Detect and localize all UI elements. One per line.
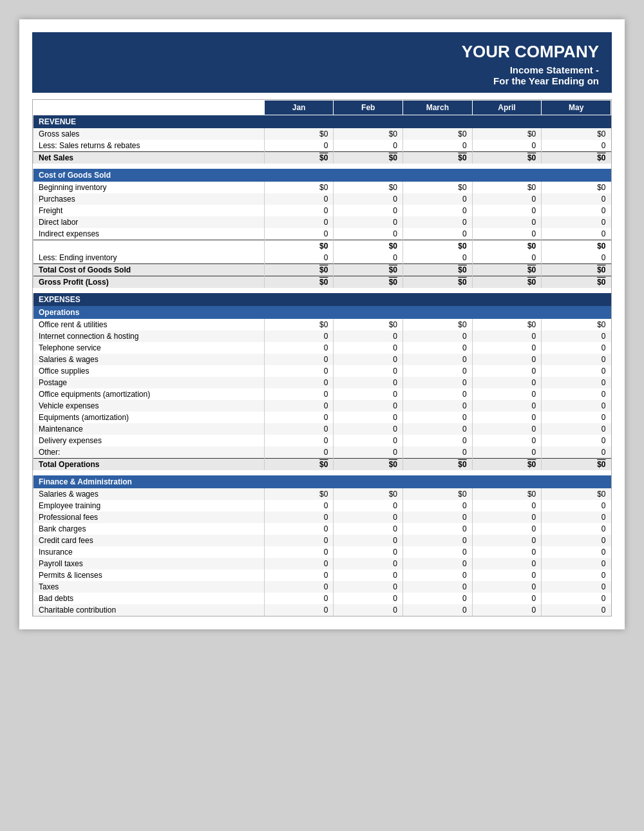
page-header: YOUR COMPANY Income Statement - For the …: [32, 32, 612, 93]
operations-section-header: Operations: [33, 306, 611, 319]
finance-section-header: Finance & Administration: [33, 475, 611, 488]
postage-row: Postage 0 0 0 0 0: [33, 377, 611, 388]
company-name: YOUR COMPANY: [45, 42, 599, 62]
less-ending-inventory-row: Less: Ending inventory 0 0 0 0 0: [33, 252, 611, 264]
bad-debts-row: Bad debts 0 0 0 0 0: [33, 593, 611, 604]
col-jan: Jan: [264, 100, 334, 115]
cogs-subtotal-row: $0 $0 $0 $0 $0: [33, 240, 611, 253]
finance-salaries-row: Salaries & wages $0 $0 $0 $0 $0: [33, 488, 611, 500]
beginning-inventory-row: Beginning inventory $0 $0 $0 $0 $0: [33, 182, 611, 193]
vehicle-expenses-row: Vehicle expenses 0 0 0 0 0: [33, 400, 611, 412]
cogs-section-header: Cost of Goods Sold: [33, 169, 611, 182]
other-row: Other: 0 0 0 0 0: [33, 446, 611, 459]
spacer3: [33, 470, 611, 475]
col-feb: Feb: [334, 100, 403, 115]
col-april: April: [472, 100, 542, 115]
office-rent-row: Office rent & utilities $0 $0 $0 $0 $0: [33, 319, 611, 330]
page-container: YOUR COMPANY Income Statement - For the …: [19, 19, 625, 629]
permits-licenses-row: Permits & licenses 0 0 0 0 0: [33, 569, 611, 581]
office-supplies-row: Office supplies 0 0 0 0 0: [33, 365, 611, 377]
telephone-service-row: Telephone service 0 0 0 0 0: [33, 342, 611, 354]
purchases-row: Purchases 0 0 0 0 0: [33, 193, 611, 205]
column-headers: Jan Feb March April May: [33, 100, 611, 115]
freight-row: Freight 0 0 0 0 0: [33, 205, 611, 216]
taxes-row: Taxes 0 0 0 0 0: [33, 581, 611, 593]
indirect-expenses-row: Indirect expenses 0 0 0 0 0: [33, 228, 611, 240]
gross-profit-row: Gross Profit (Loss) $0 $0 $0 $0 $0: [33, 276, 611, 289]
col-march: March: [403, 100, 473, 115]
year-ending-label: For the Year Ending on: [45, 75, 599, 86]
income-statement-label: Income Statement -: [45, 64, 599, 75]
employee-training-row: Employee training 0 0 0 0 0: [33, 500, 611, 511]
payroll-taxes-row: Payroll taxes 0 0 0 0 0: [33, 558, 611, 569]
sales-returns-row: Less: Sales returns & rebates 0 0 0 0 0: [33, 140, 611, 152]
net-sales-row: Net Sales $0 $0 $0 $0 $0: [33, 152, 611, 164]
equipments-amortization-row: Equipments (amortization) 0 0 0 0 0: [33, 412, 611, 423]
table-container: Jan Feb March April May REVENUE Gross sa…: [32, 99, 612, 616]
direct-labor-row: Direct labor 0 0 0 0 0: [33, 216, 611, 228]
salaries-wages-ops-row: Salaries & wages 0 0 0 0 0: [33, 354, 611, 365]
expenses-section-header: EXPENSES: [33, 293, 611, 306]
professional-fees-row: Professional fees 0 0 0 0 0: [33, 511, 611, 523]
gross-sales-row: Gross sales $0 $0 $0 $0 $0: [33, 128, 611, 140]
bank-charges-row: Bank charges 0 0 0 0 0: [33, 523, 611, 535]
spacer1: [33, 164, 611, 169]
income-statement-table: Jan Feb March April May REVENUE Gross sa…: [33, 100, 611, 616]
total-operations-row: Total Operations $0 $0 $0 $0 $0: [33, 459, 611, 471]
maintenance-row: Maintenance 0 0 0 0 0: [33, 423, 611, 435]
total-cogs-row: Total Cost of Goods Sold $0 $0 $0 $0 $0: [33, 264, 611, 276]
revenue-section-header: REVENUE: [33, 115, 611, 129]
insurance-row: Insurance 0 0 0 0 0: [33, 546, 611, 558]
col-may: May: [542, 100, 611, 115]
internet-connection-row: Internet connection & hosting 0 0 0 0 0: [33, 330, 611, 342]
office-equipments-row: Office equipments (amortization) 0 0 0 0…: [33, 388, 611, 400]
charitable-contribution-row: Charitable contribution 0 0 0 0 0: [33, 604, 611, 616]
spacer2: [33, 288, 611, 293]
delivery-expenses-row: Delivery expenses 0 0 0 0 0: [33, 435, 611, 446]
credit-card-fees-row: Credit card fees 0 0 0 0 0: [33, 535, 611, 546]
